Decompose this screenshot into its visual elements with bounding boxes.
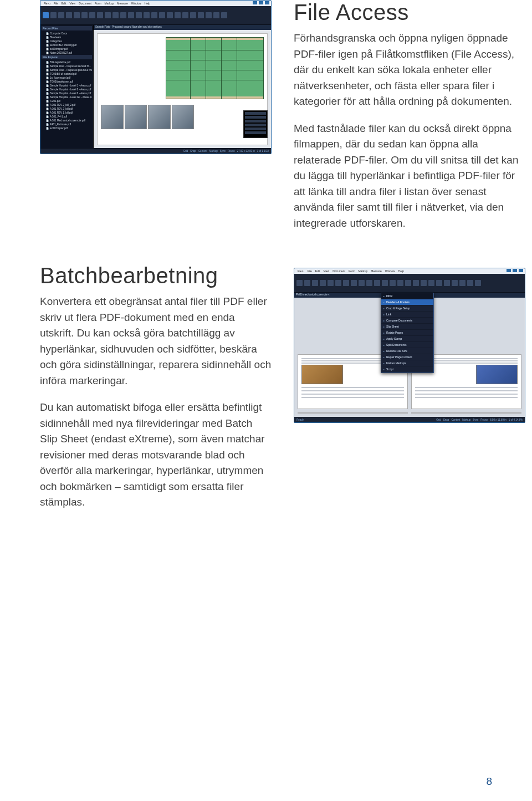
file-item[interactable]: TG05/Bill of material.pdf [42,72,92,76]
tool-icon[interactable] [397,280,403,286]
tree-item[interactable]: section B1A drawing.pdf [42,43,92,47]
tool-icon[interactable] [405,280,411,286]
tool-icon[interactable] [89,12,95,18]
tool-icon[interactable] [221,12,227,18]
tool-icon[interactable] [343,280,349,286]
file-item[interactable]: A 201.pdf [42,99,92,103]
dropdown-item[interactable]: Slip Sheet [381,324,433,330]
tool-icon[interactable] [436,280,442,286]
file-item[interactable]: Sample Flats - Proposed second flr... [42,64,92,68]
menu-item[interactable]: View [323,269,329,273]
menu-item[interactable]: Measure [117,2,127,5]
tool-icon[interactable] [97,12,103,18]
tool-icon[interactable] [382,280,388,286]
dropdown-item[interactable]: Split Documents [381,342,433,348]
tool-icon[interactable] [112,12,119,18]
menu-item[interactable]: Form [349,269,355,273]
tool-icon[interactable] [43,12,49,18]
menu-item[interactable]: Document [79,2,91,5]
tool-icon[interactable] [128,12,134,18]
tool-icon[interactable] [58,12,64,18]
tool-icon[interactable] [136,12,142,18]
menu-item[interactable]: Measure [371,269,381,273]
tree-item[interactable]: Bluebeam [42,35,92,39]
tool-icon[interactable] [351,280,357,286]
file-item[interactable]: Sample Hospital - Level 1 - Areas.pdf [42,84,92,88]
file-item[interactable]: Sample Hospital - Level 2 - Areas.pdf [42,88,92,91]
tool-icon[interactable] [428,280,434,286]
tool-icon[interactable] [74,12,80,18]
status-item[interactable]: Sync [473,419,478,421]
file-item[interactable]: A 301 REV 2_bill.pdf [42,107,92,111]
tool-icon[interactable] [120,12,126,18]
file-item[interactable]: A 301 REV 2_bill_2.pdf [42,103,92,107]
tool-icon[interactable] [328,280,334,286]
tool-icon[interactable] [467,280,473,286]
menu-item[interactable]: Window [385,269,395,273]
tool-icon[interactable] [144,12,150,18]
menu-item[interactable]: Edit [315,269,320,273]
tool-icon[interactable] [421,280,427,286]
file-item[interactable]: Sample Flats - Proposed ground & first f… [42,68,92,72]
tool-icon[interactable] [206,12,212,18]
tool-icon[interactable] [475,280,481,286]
tool-icon[interactable] [335,280,341,286]
tool-icon[interactable] [320,280,326,286]
tree-item[interactable]: Notes 2003 N27.pdf [42,51,92,55]
tool-icon[interactable] [374,280,380,286]
status-item[interactable]: Content [198,150,207,152]
tool-icon[interactable] [50,12,57,18]
dropdown-item[interactable]: Reduce File Size [381,348,433,354]
file-item[interactable]: A 301 Mechanical covernote.pdf [42,119,92,123]
status-item[interactable]: Grid [183,150,188,152]
dropdown-item[interactable]: Crop & Page Setup [381,305,433,312]
status-item[interactable]: Content [451,419,460,421]
dropdown-item[interactable]: Compare Documents [381,318,433,324]
document-tab[interactable]: Sample Flats - Proposed second floor pla… [94,25,271,30]
status-item[interactable]: Sync [220,150,226,152]
menu-item[interactable]: File [308,269,312,273]
tool-icon[interactable] [167,12,173,18]
document-canvas[interactable]: Sample Flats - Proposed second floor pla… [94,25,271,148]
menu-item[interactable]: Form [95,2,101,5]
tool-icon[interactable] [444,280,450,286]
file-item[interactable]: B1A legislative.pdf [42,60,92,64]
menu-item[interactable]: Window [131,2,141,5]
tool-icon[interactable] [304,280,310,286]
menu-item[interactable]: View [69,2,75,5]
file-item[interactable]: Sample Hospital - Level 3 - Areas.pdf [42,91,92,95]
menu-item[interactable]: Document [332,269,345,273]
menu-item[interactable]: Edit [62,2,66,5]
file-item[interactable]: Sample Hospital - Level GF - Areas.pdf [42,95,92,99]
menu-item[interactable]: Markup [359,269,368,273]
dropdown-item[interactable]: Rotate Pages [381,330,433,336]
file-item[interactable]: A 301_P4-1.pdf [42,115,92,119]
tree-item[interactable]: Computer Docs [42,32,92,35]
menu-item[interactable]: Help [145,2,150,5]
tool-icon[interactable] [312,280,318,286]
status-item[interactable]: Snap [443,419,449,421]
file-item[interactable]: ax07chapter.pdf [42,126,92,130]
tool-icon[interactable] [459,280,466,286]
tool-icon[interactable] [198,12,204,18]
menu-item[interactable]: Markup [105,2,114,5]
status-item[interactable]: Markup [209,150,218,152]
status-item[interactable]: Markup [462,419,470,421]
tool-icon[interactable] [452,280,458,286]
status-item[interactable]: Reuse [228,150,235,152]
file-item[interactable]: TG05/breakdown.pdf [42,80,92,84]
tool-icon[interactable] [413,280,419,286]
status-item[interactable]: Grid [436,419,441,421]
dropdown-item[interactable]: Headers & Footers [381,299,433,305]
tool-icon[interactable] [159,12,165,18]
tool-icon[interactable] [296,280,303,286]
tool-icon[interactable] [390,280,396,286]
tool-icon[interactable] [151,12,157,18]
tree-item[interactable]: Categories [42,39,92,43]
dropdown-item[interactable]: Repair Page Content [381,354,433,360]
tool-icon[interactable] [105,12,111,18]
menu-item[interactable]: Revu [298,269,304,273]
status-item[interactable]: Snap [190,150,196,152]
tool-icon[interactable] [366,280,372,286]
dropdown-item[interactable]: Flatten Markups [381,360,433,366]
